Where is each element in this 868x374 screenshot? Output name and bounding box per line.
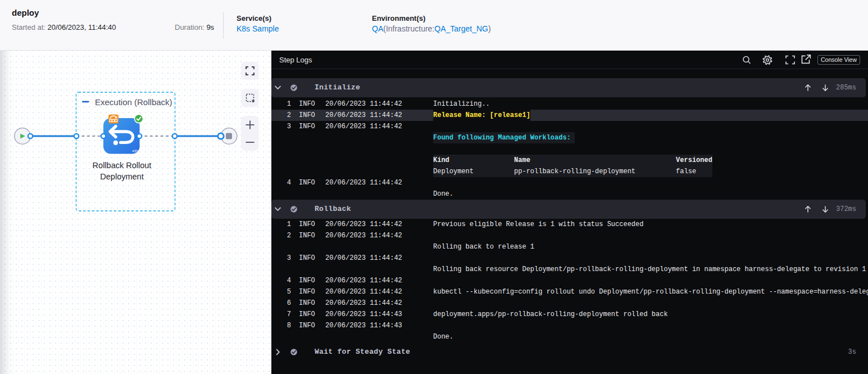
svg-text:</>: </> <box>132 148 139 154</box>
